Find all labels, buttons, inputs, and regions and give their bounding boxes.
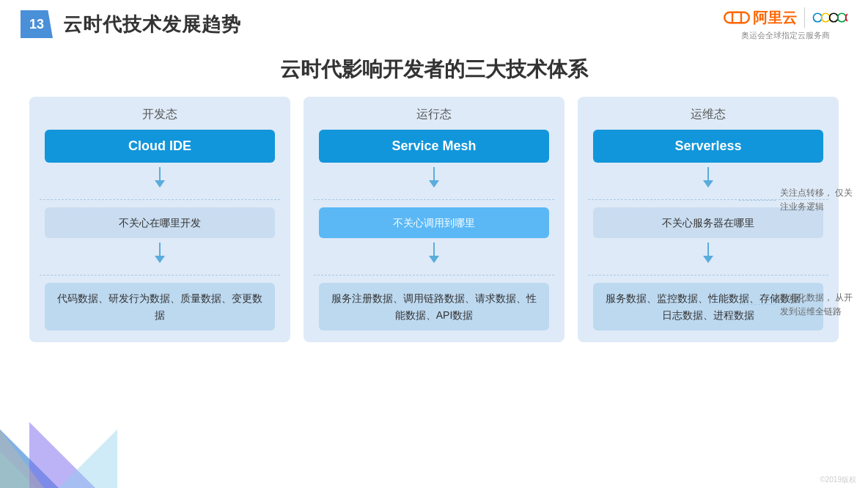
deco-triangles bbox=[0, 371, 117, 488]
middle-box-run: 不关心调用到哪里 bbox=[319, 207, 548, 238]
arrow-line bbox=[159, 243, 161, 256]
svg-point-4 bbox=[821, 13, 830, 22]
logo-area: 阿里云 奥运会全球指定云服务商 bbox=[724, 7, 847, 41]
bottom-box-run: 服务注册数据、调用链路数据、请求数据、性能数据、API数据 bbox=[319, 283, 548, 330]
middle-box-dev: 不关心在哪里开发 bbox=[45, 207, 274, 238]
logo-divider bbox=[804, 7, 805, 28]
arrow-line bbox=[707, 243, 709, 256]
olympic-rings-icon bbox=[812, 10, 847, 26]
columns-wrapper: 开发态 Cloud IDE 不关心在哪里开发 代码数据、研发行为数据、质量数据、… bbox=[29, 97, 839, 342]
dashed-sep-dev-1 bbox=[40, 199, 280, 200]
aliyun-text: 阿里云 bbox=[753, 8, 797, 28]
arrow-ops-2 bbox=[703, 243, 713, 263]
arrow-line bbox=[159, 167, 161, 180]
svg-marker-10 bbox=[29, 422, 95, 488]
col-header-dev: 开发态 bbox=[142, 97, 177, 130]
dashed-sep-ops-1 bbox=[588, 199, 828, 200]
svg-point-6 bbox=[838, 13, 847, 22]
bottom-box-ops: 服务数据、监控数据、性能数据、存储数据、日志数据、进程数据 bbox=[593, 283, 823, 330]
svg-point-5 bbox=[830, 13, 839, 22]
column-ops: 运维态 Serverless 不关心服务器在哪里 服务数据、监控数据、性能数据、… bbox=[578, 97, 839, 342]
watermark: ©2019版权 bbox=[820, 475, 856, 485]
arrow-line bbox=[433, 243, 435, 256]
bottom-box-dev: 代码数据、研发行为数据、质量数据、变更数据 bbox=[45, 283, 274, 330]
arrow-line bbox=[707, 167, 709, 180]
dashed-sep-run-1 bbox=[314, 199, 554, 200]
serverless-box: Serverless bbox=[593, 130, 823, 163]
arrow-run-1 bbox=[429, 167, 439, 188]
page-title: 云时代技术发展趋势 bbox=[63, 12, 241, 37]
svg-point-3 bbox=[813, 13, 822, 22]
arrow-ops-1 bbox=[703, 167, 713, 188]
col-header-run: 运行态 bbox=[416, 97, 452, 130]
aliyun-logo: 阿里云 bbox=[724, 7, 797, 28]
arrow-dev-1 bbox=[155, 167, 165, 188]
middle-box-ops: 不关心服务器在哪里 bbox=[593, 207, 823, 238]
arrow-head bbox=[155, 180, 165, 188]
arrow-head bbox=[429, 256, 439, 263]
logo-subtitle: 奥运会全球指定云服务商 bbox=[741, 30, 830, 41]
arrow-line bbox=[433, 167, 435, 180]
dashed-sep-run-2 bbox=[314, 275, 554, 276]
arrow-dev-2 bbox=[155, 243, 165, 263]
dashed-sep-dev-2 bbox=[40, 275, 280, 276]
col-header-ops: 运维态 bbox=[691, 97, 726, 130]
column-run: 运行态 Service Mesh 不关心调用到哪里 服务注册数据、调用链路数据、… bbox=[304, 97, 564, 342]
content-area: 开发态 Cloud IDE 不关心在哪里开发 代码数据、研发行为数据、质量数据、… bbox=[0, 97, 868, 342]
svg-marker-11 bbox=[59, 429, 117, 488]
cloud-ide-box: Cloud IDE bbox=[45, 130, 274, 163]
svg-rect-0 bbox=[724, 12, 749, 23]
arrow-head bbox=[155, 256, 165, 263]
main-title: 云时代影响开发者的三大技术体系 bbox=[0, 56, 868, 84]
svg-marker-12 bbox=[0, 429, 44, 488]
arrow-head bbox=[429, 180, 439, 188]
svg-marker-9 bbox=[0, 451, 37, 488]
column-dev: 开发态 Cloud IDE 不关心在哪里开发 代码数据、研发行为数据、质量数据、… bbox=[29, 97, 290, 342]
arrow-run-2 bbox=[429, 243, 439, 263]
slide-number: 13 bbox=[21, 10, 53, 38]
arrow-head bbox=[703, 180, 713, 188]
dashed-sep-ops-2 bbox=[588, 275, 828, 276]
service-mesh-box: Service Mesh bbox=[319, 130, 548, 163]
svg-marker-8 bbox=[0, 429, 59, 488]
header: 13 云时代技术发展趋势 阿里云 奥运会全球指定云服 bbox=[0, 0, 868, 48]
arrow-head bbox=[703, 256, 713, 263]
